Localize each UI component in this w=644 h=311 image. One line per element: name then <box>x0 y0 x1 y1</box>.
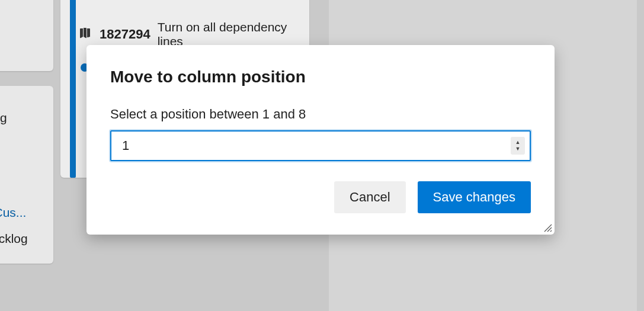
position-input[interactable] <box>110 130 531 161</box>
dialog-title: Move to column position <box>110 68 531 86</box>
spinner-up-icon[interactable]: ▲ <box>515 139 521 146</box>
resize-handle-icon[interactable] <box>544 224 552 232</box>
spinner-down-icon[interactable]: ▼ <box>515 146 521 152</box>
dialog-description: Select a position between 1 and 8 <box>110 107 531 122</box>
save-button[interactable]: Save changes <box>418 181 531 213</box>
position-input-wrap: ▲ ▼ <box>110 130 531 161</box>
move-column-dialog: Move to column position Select a positio… <box>86 45 555 235</box>
number-spinner[interactable]: ▲ ▼ <box>511 137 525 155</box>
dialog-button-row: Cancel Save changes <box>110 181 531 213</box>
cancel-button[interactable]: Cancel <box>334 181 405 213</box>
